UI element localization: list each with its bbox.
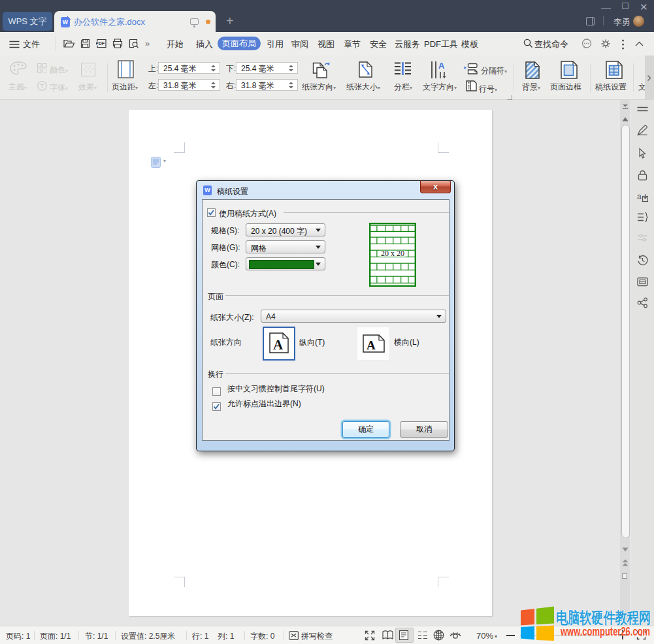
svg-text:A: A (273, 337, 284, 353)
svg-text:A: A (438, 61, 445, 71)
svg-text:T: T (41, 83, 44, 89)
svg-text:20 x 20: 20 x 20 (381, 249, 404, 258)
svg-text:A: A (367, 338, 376, 352)
svg-text:a: a (637, 192, 642, 201)
svg-text:PDF: PDF (96, 41, 105, 46)
